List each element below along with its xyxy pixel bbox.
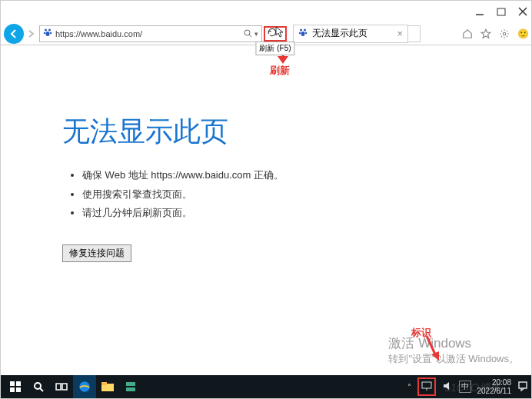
svg-point-15	[301, 32, 305, 36]
clock[interactable]: 20:08 2022/6/11	[477, 378, 512, 395]
settings-icon[interactable]	[499, 28, 510, 39]
annotation-arrow-tray	[422, 334, 441, 364]
refresh-tooltip: 刷新 (F5)	[255, 42, 294, 55]
page-content: 无法显示此页 确保 Web 地址 https://www.baidu.com 正…	[1, 45, 531, 375]
svg-rect-26	[62, 384, 67, 390]
action-center-icon[interactable]	[517, 381, 528, 393]
svg-point-11	[300, 29, 302, 32]
favorites-icon[interactable]	[480, 28, 491, 39]
activate-line2: 转到"设置"以激活 Windows。	[388, 352, 519, 366]
svg-point-16	[503, 32, 506, 35]
ime-indicator[interactable]: 中	[459, 381, 471, 393]
tab-icon	[298, 28, 308, 39]
svg-point-8	[46, 32, 50, 36]
site-icon	[43, 28, 52, 39]
ie-taskbar-button[interactable]	[73, 375, 96, 398]
svg-point-23	[35, 383, 41, 389]
clock-date: 2022/6/11	[477, 387, 512, 395]
network-highlight	[417, 377, 436, 396]
activate-line1: 激活 Windows	[388, 334, 519, 352]
tab-title: 无法显示此页	[312, 27, 367, 40]
svg-point-14	[305, 32, 308, 35]
taskbar: ˄ 中 20:08 2022/6/11 51CTO博客	[1, 375, 531, 398]
search-icon[interactable]	[244, 29, 252, 38]
list-item: 确保 Web 地址 https://www.baidu.com 正确。	[82, 166, 531, 185]
list-item: 使用搜索引擎查找页面。	[82, 185, 531, 204]
maximize-button[interactable]	[496, 6, 507, 17]
toolbar-right-icons: 🙂	[462, 28, 528, 39]
search-button[interactable]	[27, 375, 50, 398]
svg-rect-29	[101, 382, 107, 385]
svg-point-12	[304, 29, 306, 32]
system-tray: ˄ 中 20:08 2022/6/11	[407, 377, 529, 396]
svg-line-10	[249, 35, 251, 37]
annotation-label-refresh: 刷新	[270, 64, 290, 78]
window-titlebar	[1, 1, 531, 22]
network-icon[interactable]	[421, 381, 433, 393]
svg-rect-25	[56, 384, 61, 390]
refresh-highlight: 刷新 (F5)	[264, 26, 287, 42]
activate-windows-watermark: 激活 Windows 转到"设置"以激活 Windows。	[388, 334, 519, 366]
svg-point-6	[44, 32, 46, 35]
svg-point-13	[299, 32, 301, 35]
explorer-taskbar-button[interactable]	[96, 375, 119, 398]
start-button[interactable]	[4, 375, 27, 398]
dropdown-icon[interactable]: ▾	[254, 30, 258, 38]
svg-rect-21	[10, 387, 15, 392]
task-view-button[interactable]	[50, 375, 73, 398]
minimize-button[interactable]	[474, 6, 485, 17]
clock-time: 20:08	[477, 378, 512, 387]
forward-button	[24, 24, 39, 44]
tray-chevron-icon[interactable]: ˄	[407, 383, 411, 391]
svg-rect-34	[519, 382, 527, 388]
volume-icon[interactable]	[442, 381, 453, 393]
svg-rect-1	[497, 8, 505, 15]
list-item: 请过几分钟后刷新页面。	[82, 204, 531, 223]
svg-rect-19	[10, 381, 15, 386]
cursor-icon	[274, 26, 284, 41]
address-bar[interactable]: https://www.baidu.com/ ▾	[39, 25, 262, 42]
svg-point-5	[48, 29, 51, 32]
url-text: https://www.baidu.com/	[55, 29, 241, 38]
window-controls	[474, 6, 528, 17]
fix-connection-button[interactable]: 修复连接问题	[62, 244, 131, 262]
error-title: 无法显示此页	[62, 113, 531, 151]
server-manager-button[interactable]	[119, 375, 142, 398]
browser-tab[interactable]: 无法显示此页 ×	[293, 25, 408, 43]
svg-rect-32	[422, 382, 431, 388]
svg-point-7	[50, 32, 52, 35]
svg-line-24	[40, 388, 43, 391]
svg-rect-31	[126, 387, 135, 391]
svg-rect-30	[126, 382, 135, 386]
home-icon[interactable]	[462, 28, 473, 39]
svg-point-4	[45, 29, 47, 32]
close-button[interactable]	[517, 6, 528, 17]
svg-point-9	[244, 30, 250, 35]
error-list: 确保 Web 地址 https://www.baidu.com 正确。 使用搜索…	[62, 166, 531, 223]
svg-line-18	[427, 336, 436, 356]
app-window: https://www.baidu.com/ ▾ 刷新 (F5) 无法显示此页 …	[0, 0, 532, 399]
emoji-icon[interactable]: 🙂	[517, 28, 528, 39]
svg-rect-20	[16, 381, 21, 386]
back-button[interactable]	[4, 24, 24, 44]
new-tab-button[interactable]	[408, 25, 421, 42]
tab-close-button[interactable]: ×	[397, 28, 403, 39]
browser-toolbar: https://www.baidu.com/ ▾ 刷新 (F5) 无法显示此页 …	[1, 22, 531, 45]
svg-rect-22	[16, 387, 21, 392]
